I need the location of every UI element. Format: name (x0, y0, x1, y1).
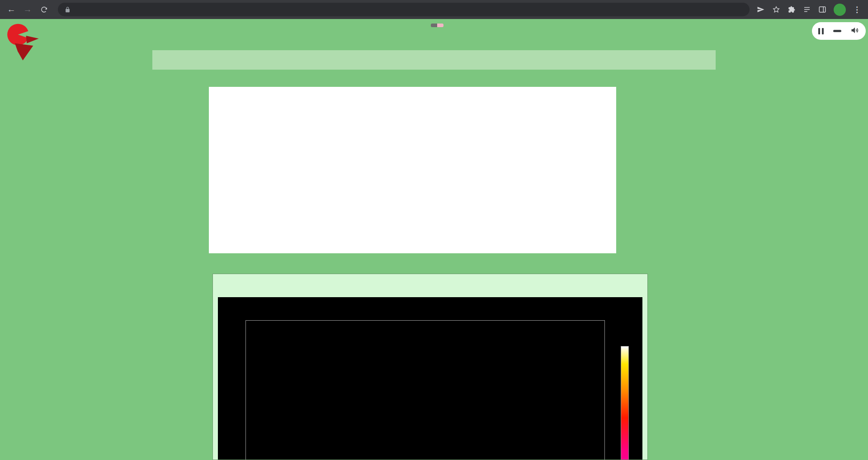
version-value (437, 24, 443, 27)
page-header (0, 24, 868, 27)
volume-slider[interactable] (833, 30, 841, 32)
spectrogram (218, 297, 642, 460)
page (0, 19, 868, 460)
menu-icon[interactable]: ⋮ (853, 5, 861, 14)
bookmark-star-icon[interactable] (772, 5, 780, 14)
speaker-icon[interactable] (850, 26, 859, 37)
browser-toolbar: ← → ⋮ (0, 0, 868, 19)
address-bar[interactable] (58, 3, 750, 16)
version-label (431, 24, 437, 27)
nav-bar (152, 50, 716, 70)
spectrogram-image (245, 320, 605, 460)
side-panel-icon[interactable] (818, 5, 826, 14)
reading-list-icon[interactable] (803, 5, 811, 14)
bird-icon (5, 22, 44, 63)
profile-avatar[interactable] (834, 4, 846, 16)
send-icon[interactable] (757, 5, 765, 14)
forward-button[interactable]: → (21, 3, 34, 16)
detection-panel (212, 274, 648, 460)
birdnet-logo (5, 22, 44, 63)
back-button[interactable]: ← (5, 3, 18, 16)
pause-button[interactable] (818, 28, 824, 34)
version-badge (431, 24, 443, 27)
detection-title-line (213, 274, 647, 286)
audio-player[interactable] (812, 22, 866, 40)
lock-icon (64, 6, 71, 13)
spectrogram-colorbar (621, 346, 629, 460)
top10-chart (209, 87, 616, 253)
extensions-icon[interactable] (788, 5, 796, 14)
reload-button[interactable] (37, 3, 51, 16)
reload-icon (40, 6, 48, 14)
